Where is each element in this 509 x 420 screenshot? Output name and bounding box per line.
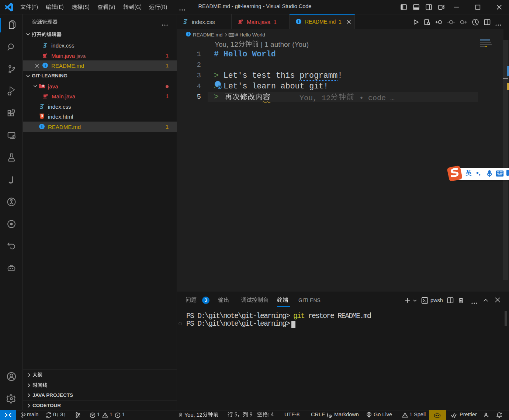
svg-text:abc: abc xyxy=(229,33,234,36)
